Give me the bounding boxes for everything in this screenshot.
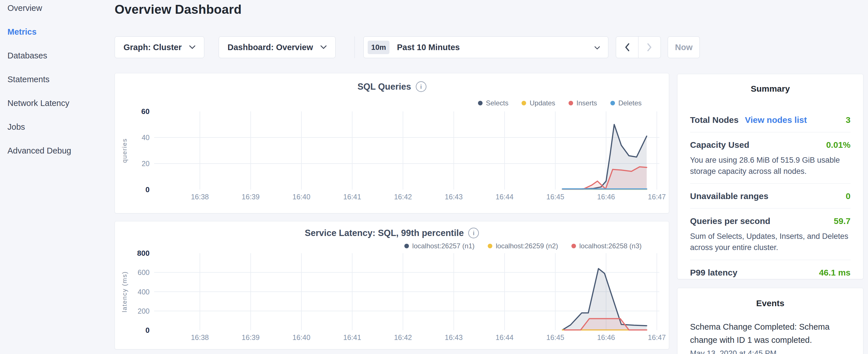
dashboard-dropdown-label: Dashboard: Overview — [227, 43, 313, 52]
now-button[interactable]: Now — [668, 36, 700, 58]
svg-text:0: 0 — [146, 185, 150, 194]
legend-label: Selects — [486, 99, 509, 107]
svg-text:16:39: 16:39 — [242, 333, 260, 342]
p99-latency-label: P99 latency — [690, 268, 737, 278]
sidebar-item-jobs[interactable]: Jobs — [7, 122, 115, 131]
sidebar-item-statements[interactable]: Statements — [7, 75, 115, 84]
sql-queries-chart-card: 16:3816:3916:4016:4116:4216:4316:4416:45… — [115, 73, 669, 213]
svg-text:latency (ms): latency (ms) — [121, 271, 128, 313]
legend-dot-icon — [568, 101, 573, 105]
legend-item: localhost:26258 (n3) — [571, 242, 642, 250]
time-back-button[interactable] — [616, 37, 638, 58]
sql-queries-chart[interactable]: 16:3816:3916:4016:4116:4216:4316:4416:45… — [115, 73, 670, 214]
svg-text:16:45: 16:45 — [546, 333, 564, 342]
capacity-used-label: Capacity Used — [690, 140, 749, 150]
info-icon[interactable]: i — [468, 228, 479, 238]
events-title: Events — [690, 298, 850, 308]
chart-legend: SelectsUpdatesInsertsDeletes — [478, 99, 642, 107]
service-latency-chart-card: 16:3816:3916:4016:4116:4216:4316:4416:45… — [115, 221, 669, 349]
legend-label: localhost:26258 (n3) — [580, 242, 642, 250]
chart-legend: localhost:26257 (n1)localhost:26259 (n2)… — [404, 242, 642, 250]
svg-text:queries: queries — [121, 138, 128, 163]
chart-title: SQL Queries — [358, 82, 411, 92]
time-forward-button[interactable] — [638, 37, 660, 58]
dashboard-dropdown[interactable]: Dashboard: Overview — [219, 36, 336, 58]
svg-text:400: 400 — [137, 288, 150, 296]
chart-title: Service Latency: SQL, 99th percentile — [305, 228, 464, 238]
legend-dot-icon — [488, 244, 492, 248]
graph-dropdown-label: Graph: Cluster — [124, 43, 182, 52]
controls-divider — [354, 36, 355, 58]
graph-dropdown[interactable]: Graph: Cluster — [115, 36, 204, 58]
svg-text:40: 40 — [142, 133, 150, 141]
svg-text:16:38: 16:38 — [191, 193, 209, 201]
sidebar: Overview Metrics Databases Statements Ne… — [0, 3, 115, 170]
legend-item: Inserts — [568, 99, 597, 107]
svg-text:16:43: 16:43 — [445, 333, 463, 342]
svg-text:16:41: 16:41 — [343, 193, 361, 201]
legend-item: Deletes — [610, 99, 642, 107]
legend-item: Updates — [522, 99, 555, 107]
svg-text:200: 200 — [137, 307, 150, 315]
legend-label: Inserts — [577, 99, 597, 107]
unavailable-ranges-label: Unavailable ranges — [690, 191, 768, 201]
events-panel: Events Schema Change Completed: Schema c… — [677, 288, 863, 354]
svg-text:16:46: 16:46 — [597, 333, 615, 342]
svg-text:16:47: 16:47 — [648, 193, 666, 201]
time-range-badge: 10m — [368, 41, 390, 54]
sidebar-item-network-latency[interactable]: Network Latency — [7, 99, 115, 108]
total-nodes-value: 3 — [846, 115, 850, 125]
svg-text:16:42: 16:42 — [394, 333, 412, 342]
sidebar-item-advanced-debug[interactable]: Advanced Debug — [7, 146, 115, 155]
queries-per-second-label: Queries per second — [690, 216, 770, 226]
sidebar-item-databases[interactable]: Databases — [7, 51, 115, 60]
info-icon[interactable]: i — [416, 81, 426, 92]
svg-text:600: 600 — [137, 268, 150, 277]
svg-text:800: 800 — [137, 249, 150, 257]
queries-per-second-value: 59.7 — [834, 216, 850, 226]
svg-text:16:39: 16:39 — [242, 193, 260, 201]
legend-label: localhost:26257 (n1) — [412, 242, 474, 250]
sidebar-item-overview[interactable]: Overview — [7, 3, 115, 12]
legend-item: localhost:26257 (n1) — [404, 242, 474, 250]
view-nodes-list-link[interactable]: View nodes list — [745, 115, 807, 125]
queries-per-second-subtext: Sum of Selects, Updates, Inserts, and De… — [690, 231, 850, 253]
p99-latency-value: 46.1 ms — [819, 268, 850, 278]
svg-text:16:46: 16:46 — [597, 193, 615, 201]
summary-title: Summary — [690, 84, 850, 94]
chevron-down-icon — [594, 46, 600, 51]
legend-dot-icon — [522, 101, 526, 105]
svg-text:16:42: 16:42 — [394, 193, 412, 201]
time-range-selector[interactable]: 10m Past 10 Minutes — [363, 36, 608, 58]
summary-row-capacity-used: Capacity Used 0.01% — [690, 132, 850, 157]
event-item-timestamp: May 13, 2020 at 4:45 PM — [690, 349, 850, 354]
summary-row-total-nodes: Total Nodes View nodes list 3 — [690, 107, 850, 132]
svg-text:16:44: 16:44 — [495, 333, 514, 342]
legend-label: Updates — [530, 99, 555, 107]
summary-row-unavailable-ranges: Unavailable ranges 0 — [690, 184, 850, 208]
legend-dot-icon — [404, 244, 409, 248]
summary-row-queries-per-second: Queries per second 59.7 — [690, 208, 850, 233]
svg-text:16:41: 16:41 — [343, 333, 361, 342]
service-latency-chart[interactable]: 16:3816:3916:4016:4116:4216:4316:4416:45… — [115, 221, 670, 350]
summary-panel: Summary Total Nodes View nodes list 3 Ca… — [677, 74, 863, 279]
legend-item: Selects — [478, 99, 509, 107]
legend-label: localhost:26259 (n2) — [496, 242, 558, 250]
page-title: Overview Dashboard — [115, 2, 242, 17]
time-step-buttons — [616, 36, 661, 58]
sidebar-item-metrics[interactable]: Metrics — [7, 27, 115, 36]
legend-dot-icon — [610, 101, 615, 105]
svg-text:16:44: 16:44 — [495, 193, 514, 201]
time-range-label: Past 10 Minutes — [397, 43, 460, 52]
svg-text:16:45: 16:45 — [546, 193, 564, 201]
chevron-down-icon — [320, 45, 327, 49]
chevron-down-icon — [189, 45, 195, 49]
dashboard-controls: Graph: Cluster Dashboard: Overview 10m P… — [115, 36, 700, 58]
summary-row-p99-latency: P99 latency 46.1 ms — [690, 260, 850, 285]
svg-text:0: 0 — [146, 326, 150, 334]
svg-text:20: 20 — [142, 160, 150, 167]
overview-dashboard-page: { "sidebar": { "items": [ {"label": "Ove… — [0, 0, 868, 354]
svg-text:16:43: 16:43 — [445, 193, 463, 201]
event-item-text[interactable]: Schema Change Completed: Schema change w… — [690, 320, 850, 347]
legend-item: localhost:26259 (n2) — [488, 242, 558, 250]
